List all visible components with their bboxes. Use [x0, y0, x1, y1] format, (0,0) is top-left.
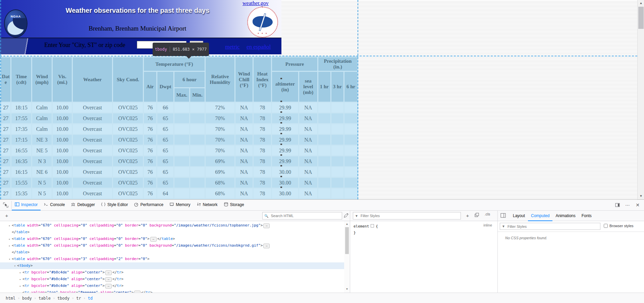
markup-token: "0" — [116, 237, 123, 241]
add-node-button[interactable]: + — [3, 212, 11, 219]
markup-token: "0" — [141, 257, 147, 261]
highlight-selector-icon[interactable] — [371, 224, 374, 228]
markup-token: table — [16, 230, 27, 234]
scrollbar-down-arrow[interactable]: ▼ — [638, 193, 644, 199]
observation-cell: 68% — [206, 178, 234, 188]
dock-icon[interactable] — [613, 201, 622, 209]
observation-cell — [331, 135, 343, 145]
markup-line[interactable]: </table> — [0, 249, 344, 256]
markup-line[interactable]: ▸<tr bgcolor="#b0c4de" align="center">…<… — [0, 276, 344, 283]
markup-token: cellspacing — [52, 237, 78, 241]
collapsed-content-pill[interactable]: … — [150, 237, 157, 242]
computed-empty-message: No CSS properties found. — [505, 236, 547, 240]
cls-toggle-button[interactable]: .cls — [482, 212, 492, 219]
weather-gov-link[interactable]: weather.gov — [243, 0, 269, 6]
markup-scrollbar[interactable]: ▲ ▼ — [344, 221, 350, 293]
expand-twisty-icon[interactable]: ▸ — [7, 236, 12, 243]
observation-cell: Overcast — [73, 167, 112, 177]
markup-line[interactable]: ▸<table width="670" cellspacing="0" cell… — [0, 236, 344, 242]
tab-performance[interactable]: Performance — [131, 200, 166, 210]
expand-twisty-icon[interactable]: ▸ — [18, 276, 22, 283]
markup-line[interactable]: </table> — [0, 229, 344, 236]
sidebar-tab-computed[interactable]: Computed — [528, 211, 552, 221]
observation-cell: 27 — [1, 135, 10, 145]
breadcrumb-item-tr[interactable]: tr — [74, 296, 83, 301]
browser-styles-checkbox[interactable] — [604, 224, 608, 228]
tab-storage[interactable]: Storage — [221, 200, 247, 210]
tab-console[interactable]: Console — [41, 200, 68, 210]
collapsed-content-pill[interactable]: … — [105, 284, 112, 289]
observation-cell: OVC025 — [113, 113, 143, 123]
breadcrumb-item-html[interactable]: html — [3, 296, 18, 301]
pick-element-icon[interactable] — [0, 200, 11, 210]
markup-token: border — [123, 257, 138, 261]
collapsed-content-pill[interactable]: … — [105, 277, 112, 282]
add-rule-button[interactable]: + — [464, 212, 471, 219]
sidebar-toggle-icon[interactable] — [500, 213, 506, 218]
expand-twisty-icon[interactable]: ▸ — [18, 283, 22, 290]
espanol-link[interactable]: en español — [247, 44, 271, 50]
markup-line[interactable]: ▸<tr bgcolor="#b0c4de" align="center">…<… — [0, 283, 344, 289]
page-scrollbar[interactable]: ▲ ▼ — [637, 0, 644, 199]
observation-cell — [344, 167, 357, 177]
scrollbar-up-arrow[interactable]: ▲ — [638, 0, 644, 6]
tab-debugger[interactable]: Debugger — [68, 200, 98, 210]
breadcrumb-item-tbody[interactable]: tbody — [55, 296, 72, 301]
observation-cell: 10.00 — [53, 135, 72, 145]
col-header-altimeter: altimeter (in) — [272, 72, 298, 102]
breadcrumb-item-body[interactable]: body — [20, 296, 34, 301]
expand-twisty-icon[interactable]: ▸ — [18, 290, 22, 293]
markup-line[interactable]: ▸<tr bgcolor="#b0c4de" align="center">…<… — [0, 269, 344, 276]
tab-network[interactable]: Network — [194, 200, 221, 210]
markup-line[interactable]: ▾<table width="670" cellspacing="3" cell… — [0, 256, 344, 262]
markup-line[interactable]: ▸<table width="670" cellspacing="0" cell… — [0, 242, 344, 249]
expand-twisty-icon[interactable]: ▸ — [7, 243, 12, 249]
nws-logo: ✶ ✶ ✶ — [247, 7, 278, 38]
pseudo-class-icon[interactable] — [473, 212, 480, 219]
observation-cell: NA — [299, 146, 317, 155]
collapse-twisty-icon[interactable]: ▾ — [7, 256, 12, 263]
tab-memory[interactable]: Memory — [166, 200, 193, 210]
breadcrumb-item-table[interactable]: table — [36, 296, 53, 301]
col-header-temperature: Temperature (°F) — [144, 57, 205, 71]
markup-token: tr — [117, 270, 121, 274]
collapsed-content-pill[interactable]: … — [263, 244, 270, 248]
markup-token: valign — [29, 290, 45, 293]
markup-scroll-down[interactable]: ▼ — [344, 287, 350, 292]
markup-line[interactable]: ▸<tr valign="top" bgcolor="#eeeeee" alig… — [0, 289, 344, 293]
collapsed-content-pill[interactable]: … — [263, 223, 270, 228]
sidebar-tab-layout[interactable]: Layout — [510, 211, 528, 221]
markup-scroll-thumb[interactable] — [345, 227, 349, 254]
devtools-panel: InspectorConsoleDebuggerStyle EditorPerf… — [0, 199, 644, 303]
tab-inspector[interactable]: Inspector — [12, 200, 41, 210]
search-html-box: 🔍 — [262, 212, 342, 219]
markup-token: cellspacing — [52, 257, 78, 261]
tab-style-editor[interactable]: Style Editor — [98, 200, 131, 210]
sidebar-tab-fonts[interactable]: Fonts — [579, 211, 595, 221]
expand-twisty-icon[interactable]: ▸ — [7, 222, 12, 229]
sidebar-tab-animations[interactable]: Animations — [552, 211, 578, 221]
expand-twisty-icon[interactable]: ▸ — [18, 269, 22, 276]
breadcrumb-item-td[interactable]: td — [86, 296, 95, 301]
filter-styles-input[interactable] — [360, 213, 459, 218]
rule-selector[interactable]: element — [354, 224, 369, 229]
devtools-toolbar: InspectorConsoleDebuggerStyle EditorPerf… — [0, 200, 644, 211]
search-html-input[interactable] — [270, 213, 340, 218]
tab-label: Performance — [140, 202, 163, 207]
markup-line[interactable]: ▾<tbody> — [0, 262, 344, 269]
browser-styles-toggle: Browser styles — [604, 224, 634, 228]
search-navbar: Enter Your "City, ST" or zip code Go met… — [0, 38, 281, 54]
markup-scroll-up[interactable]: ▲ — [344, 222, 350, 226]
eyedropper-icon[interactable] — [343, 213, 350, 219]
rule-source-link[interactable]: inline — [483, 223, 492, 227]
devtools-secondary-toolbar: + 🔍 ▼ + .cls LayoutComputedAnimationsFon… — [0, 211, 644, 221]
markup-line[interactable]: ▸<table width="670" cellspacing="0" cell… — [0, 222, 344, 229]
observation-cell: NA — [235, 146, 253, 155]
scrollbar-thumb[interactable] — [638, 7, 644, 29]
metric-link[interactable]: metric — [225, 44, 239, 50]
collapse-twisty-icon[interactable]: ▾ — [13, 263, 17, 269]
collapsed-content-pill[interactable]: … — [105, 270, 112, 275]
meatball-menu-icon[interactable]: ⋯ — [623, 201, 632, 209]
close-devtools-icon[interactable]: ✕ — [633, 201, 642, 209]
computed-filter-input[interactable] — [507, 224, 598, 229]
